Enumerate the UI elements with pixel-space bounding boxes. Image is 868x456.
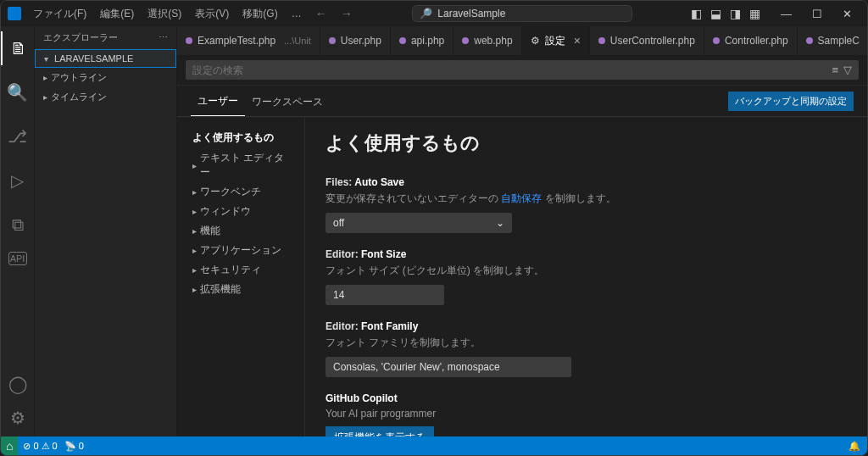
tab-user[interactable]: User.php <box>320 26 391 55</box>
window-minimize[interactable]: — <box>772 4 800 24</box>
settings-search-input[interactable] <box>192 64 826 76</box>
toc-application[interactable]: ▸アプリケーション <box>182 241 299 260</box>
radio-tower-icon: 📡 <box>64 441 76 452</box>
activity-account-icon[interactable]: ◯ <box>1 372 35 396</box>
menu-select[interactable]: 選択(S) <box>142 3 186 25</box>
clear-icon[interactable]: ≡ <box>832 64 838 76</box>
toc-features[interactable]: ▸機能 <box>182 221 299 241</box>
bell-icon: 🔔 <box>849 441 860 452</box>
autosave-select[interactable]: off ⌄ <box>326 213 512 233</box>
chevron-down-icon: ⌄ <box>496 217 504 229</box>
sidebar-title-label: エクスプローラー <box>43 31 118 44</box>
command-center[interactable]: 🔎 LaravelSample <box>412 5 632 22</box>
status-ports[interactable]: 📡0 <box>64 441 84 452</box>
tab-usercontroller[interactable]: UserController.php <box>590 26 704 55</box>
show-extension-button[interactable]: 拡張機能を表示する <box>326 426 434 437</box>
settings-search[interactable]: ≡ ▽ <box>186 60 859 80</box>
layout-customize-icon[interactable]: ▦ <box>746 5 764 22</box>
menu-file[interactable]: ファイル(F) <box>28 3 92 25</box>
tab-api[interactable]: api.php <box>391 26 453 55</box>
setting-autosave: Files: Auto Save 変更が保存されていないエディターの 自動保存 … <box>326 176 847 233</box>
tab-controller[interactable]: Controller.php <box>704 26 798 55</box>
chevron-right-icon: ▸ <box>43 73 47 82</box>
sidebar-more-icon[interactable]: ⋯ <box>159 32 168 43</box>
tab-exampletest[interactable]: ExampleTest.php...\Unit <box>177 26 320 55</box>
activity-bar: 🗎 🔍 ⎇ ▷ ⧉ API ◯ ⚙ <box>1 26 35 437</box>
activity-debug-icon[interactable]: ▷ <box>1 164 35 197</box>
toc-frequently-used[interactable]: よく使用するもの <box>182 127 299 148</box>
tab-samplec[interactable]: SampleC <box>798 26 867 55</box>
sidebar-outline[interactable]: ▸ アウトライン <box>35 68 176 87</box>
activity-explorer-icon[interactable]: 🗎 <box>1 31 35 65</box>
fontfamily-input[interactable]: Consolas, 'Courier New', monospace <box>326 357 571 377</box>
link-autosave[interactable]: 自動保存 <box>501 192 542 204</box>
toc-window[interactable]: ▸ウィンドウ <box>182 202 299 221</box>
activity-extensions-icon[interactable]: ⧉ <box>1 208 35 242</box>
setting-fontfamily: Editor: Font Family フォント ファミリを制御します。 Con… <box>326 320 847 377</box>
layout-sidebar-right-icon[interactable]: ◨ <box>726 5 744 22</box>
status-problems[interactable]: ⊘0 ⚠0 <box>23 441 57 452</box>
fontsize-input[interactable]: 14 <box>326 285 444 305</box>
command-center-text: LaravelSample <box>437 8 505 19</box>
tab-close-icon[interactable]: × <box>574 34 581 47</box>
setting-copilot: GitHub Copilot Your AI pair programmer 拡… <box>326 392 847 437</box>
settings-content[interactable]: よく使用するもの Files: Auto Save 変更が保存されていないエディ… <box>304 117 867 437</box>
activity-scm-icon[interactable]: ⎇ <box>1 120 35 153</box>
nav-forward-icon[interactable]: → <box>336 7 358 20</box>
tab-settings[interactable]: ⚙ 設定 × <box>522 26 590 55</box>
chevron-right-icon: ▸ <box>43 92 47 102</box>
activity-search-icon[interactable]: 🔍 <box>1 75 35 109</box>
layout-panel-icon[interactable]: ⬓ <box>707 5 725 22</box>
window-close[interactable]: ✕ <box>834 4 860 24</box>
settings-tab-workspace[interactable]: ワークスペース <box>245 90 330 116</box>
menu-go[interactable]: 移動(G) <box>237 3 282 25</box>
window-maximize[interactable]: ☐ <box>804 4 831 24</box>
editor-group: ExampleTest.php...\Unit User.php api.php… <box>177 26 867 437</box>
activity-api-icon[interactable]: API <box>8 252 27 265</box>
sliders-icon: ⚙ <box>531 35 540 47</box>
search-icon: 🔎 <box>420 8 432 19</box>
vscode-logo <box>8 7 21 20</box>
toc-security[interactable]: ▸セキュリティ <box>182 260 299 280</box>
editor-tabs: ExampleTest.php...\Unit User.php api.php… <box>177 26 867 55</box>
statusbar: ⌂ ⊘0 ⚠0 📡0 🔔 <box>1 437 867 455</box>
settings-scope-tabs: ユーザー ワークスペース バックアップと同期の設定 <box>177 86 867 117</box>
menu-view[interactable]: 表示(V) <box>190 3 234 25</box>
activity-settings-icon[interactable]: ⚙ <box>1 406 35 430</box>
chevron-down-icon: ▾ <box>44 54 48 64</box>
titlebar: ファイル(F) 編集(E) 選択(S) 表示(V) 移動(G) … ← → 🔎 … <box>1 1 867 26</box>
nav-back-icon[interactable]: ← <box>310 7 332 20</box>
remote-button[interactable]: ⌂ <box>1 437 18 455</box>
status-notifications[interactable]: 🔔 <box>849 441 860 452</box>
settings-toc: よく使用するもの ▸テキスト エディター ▸ワークベンチ ▸ウィンドウ ▸機能 … <box>177 117 304 437</box>
setting-fontsize: Editor: Font Size フォント サイズ (ピクセル単位) を制御し… <box>326 248 847 305</box>
settings-tab-user[interactable]: ユーザー <box>191 89 245 116</box>
sidebar-explorer: エクスプローラー ⋯ ▾ LARAVELSAMPLE ▸ アウトライン ▸ タイ… <box>35 26 177 437</box>
sidebar-timeline[interactable]: ▸ タイムライン <box>35 87 176 107</box>
sidebar-project-header[interactable]: ▾ LARAVELSAMPLE <box>35 49 176 68</box>
layout-sidebar-left-icon[interactable]: ◧ <box>687 5 705 22</box>
error-icon: ⊘ <box>23 441 31 452</box>
menu-more[interactable]: … <box>287 4 307 23</box>
toc-extensions[interactable]: ▸拡張機能 <box>182 280 299 299</box>
filter-icon[interactable]: ▽ <box>843 64 852 76</box>
tab-web[interactable]: web.php <box>453 26 521 55</box>
backup-sync-button[interactable]: バックアップと同期の設定 <box>728 92 854 111</box>
toc-workbench[interactable]: ▸ワークベンチ <box>182 182 299 202</box>
settings-heading: よく使用するもの <box>326 125 847 168</box>
settings-search-row: ≡ ▽ <box>177 55 867 86</box>
warning-icon: ⚠ <box>42 441 50 452</box>
menu-edit[interactable]: 編集(E) <box>95 3 139 25</box>
toc-text-editor[interactable]: ▸テキスト エディター <box>182 148 299 182</box>
